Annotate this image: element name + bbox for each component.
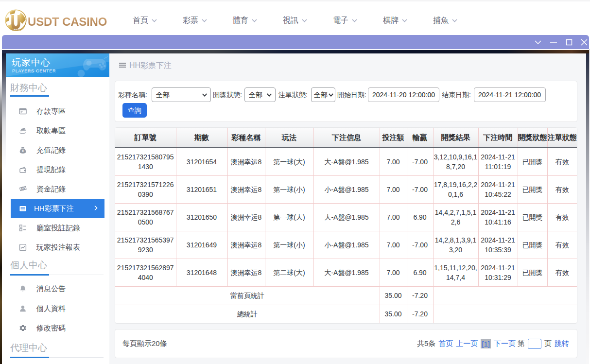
svg-text:$: $ xyxy=(22,187,24,191)
svg-text:CASINO: CASINO xyxy=(11,28,20,31)
